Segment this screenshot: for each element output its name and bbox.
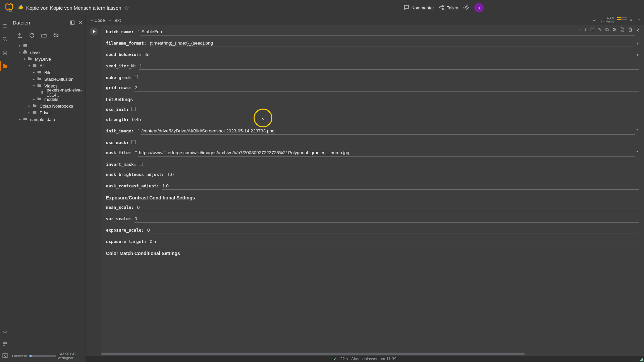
form-row-batch_name: batch_name:"" [101, 26, 488, 38]
svg-rect-7 [71, 21, 72, 24]
main-area: +Code +Text ✓ RAMLaufwerk ▾ ⌃ ↑ ↓ ⌘ ✎ ⧉ … [86, 15, 488, 275]
form-label: seed_iter_N: [106, 63, 139, 68]
folder-icon [23, 43, 28, 49]
top-header: PRO Kopie von Kopie von Mensch altern la… [0, 0, 488, 15]
init_image-input[interactable] [141, 127, 488, 135]
section-heading: Color Match Conditional Settings [101, 247, 488, 257]
use_mask-checkbox[interactable] [131, 140, 136, 144]
seed_iter_N-input[interactable] [139, 62, 488, 70]
tree-item-label: MyDrive [35, 57, 51, 62]
tree-item[interactable]: ▸StableDiffusion [12, 76, 82, 82]
toc-icon[interactable]: ☰ [2, 23, 8, 29]
form-label: mean_scale: [106, 205, 137, 210]
folder-icon [23, 117, 28, 122]
files-icon[interactable] [2, 63, 8, 69]
tree-item-label: sample_data [30, 117, 55, 122]
form-row-use_init: use_init: [101, 104, 488, 114]
exposure_target-input[interactable] [149, 238, 488, 245]
svg-point-0 [466, 6, 467, 8]
form-label: mask_file: [106, 150, 134, 155]
search-icon[interactable] [2, 36, 8, 42]
filename_format-input[interactable] [149, 40, 488, 47]
run-button[interactable] [90, 27, 98, 36]
insert-code-button[interactable]: +Code [91, 18, 105, 23]
tree-item-label: Privat [40, 110, 51, 115]
form-row-mean_scale: mean_scale: [101, 202, 488, 213]
form-label: invert_mask: [106, 162, 139, 167]
folder-icon [37, 70, 42, 75]
tree-item-label: Colab Notebooks [40, 104, 73, 109]
form-row-make_grid: make_grid: [101, 72, 488, 82]
form-row-seed_iter_N: seed_iter_N: [101, 60, 488, 72]
exposure_scale-input[interactable] [147, 227, 488, 234]
hide-icon[interactable] [53, 32, 59, 39]
form-label: init_image: [106, 128, 137, 133]
avatar[interactable]: a [474, 3, 484, 12]
form-row-invert_mask: invert_mask: [101, 159, 488, 169]
form-row-init_image: init_image:"" [101, 125, 488, 137]
insert-bar: +Code +Text ✓ RAMLaufwerk ▾ ⌃ [86, 15, 488, 25]
form-row-mask_file: mask_file:"" [101, 147, 488, 159]
mount-drive-icon[interactable] [41, 32, 47, 39]
tree-item-label: .. [30, 43, 33, 48]
tree-item[interactable]: ▾MyDrive [12, 56, 82, 62]
mask_contrast_adjust-input[interactable] [162, 182, 488, 190]
form-label: var_scale: [106, 216, 134, 221]
mask_brightness_adjust-input[interactable] [167, 171, 488, 178]
tree-item[interactable]: ▾drive [12, 49, 82, 56]
form-row-mask_brightness_adjust: mask_brightness_adjust: [101, 169, 488, 180]
make_grid-checkbox[interactable] [134, 75, 138, 79]
tree-item[interactable]: ▸Privat [12, 109, 82, 116]
var_scale-input[interactable] [134, 215, 488, 223]
tree-item[interactable]: pexels-maxi-leiva-1314… [12, 89, 82, 96]
folder-icon [37, 83, 42, 89]
tree-item[interactable]: ▾AI [12, 62, 82, 69]
form-row-exposure_scale: exposure_scale: [101, 225, 488, 236]
section-heading: Exposure/Contrast Conditional Settings [101, 192, 488, 202]
file-tree[interactable]: ▸..▾drive▾MyDrive▾AI▸Bild▸StableDiffusio… [12, 42, 84, 123]
tree-item-label: Bild [44, 70, 52, 75]
strength-input[interactable] [131, 116, 488, 123]
form-label: grid_rows: [106, 85, 134, 90]
share-button[interactable]: Teilen [439, 4, 458, 11]
batch_name-input[interactable] [141, 28, 488, 36]
form-row-exposure_target: exposure_target: [101, 236, 488, 247]
variables-icon[interactable]: {x} [2, 50, 8, 56]
insert-text-button[interactable]: +Text [109, 18, 121, 23]
tree-item[interactable]: ▸.. [12, 42, 82, 49]
tree-item-label: models [44, 97, 58, 102]
panel-close-icon[interactable]: ✕ [78, 19, 83, 26]
form-label: use_init: [106, 107, 131, 112]
folder-icon [32, 110, 37, 116]
upload-icon[interactable] [17, 32, 23, 39]
colab-logo[interactable]: PRO [5, 3, 13, 12]
settings-icon[interactable] [463, 4, 470, 12]
refresh-icon[interactable] [29, 32, 35, 39]
form-label: strength: [106, 117, 131, 122]
star-icon[interactable]: ☆ [124, 5, 129, 11]
folder-icon [28, 56, 32, 62]
form-label: seed_behavior: [106, 52, 144, 57]
tree-item[interactable]: ▸Bild [12, 69, 82, 76]
notebook-title[interactable]: Kopie von Kopie von Mensch altern lassen [26, 5, 121, 11]
folder-icon [37, 97, 42, 102]
form-row-seed_behavior: seed_behavior:▼ [101, 49, 488, 60]
grid_rows-input[interactable] [134, 84, 488, 92]
mean_scale-input[interactable] [137, 204, 488, 211]
mask_file-input[interactable] [138, 149, 488, 157]
panel-popout-icon[interactable] [70, 19, 75, 26]
seed_behavior-input[interactable] [144, 51, 488, 58]
left-rail: ☰ {x} <> [0, 15, 10, 275]
form-label: exposure_scale: [106, 228, 147, 233]
file-panel: Dateien ✕ ▸..▾drive▾MyDrive▾AI▸Bild▸Stab… [10, 15, 86, 275]
use_init-checkbox[interactable] [131, 107, 136, 111]
tree-item[interactable]: ▸sample_data [12, 116, 82, 123]
tree-item-label: drive [30, 50, 40, 55]
tree-item[interactable]: ▸Colab Notebooks [12, 103, 82, 109]
folder-icon [37, 76, 42, 82]
invert_mask-checkbox[interactable] [139, 162, 143, 166]
form-label: exposure_target: [106, 239, 149, 244]
comment-button[interactable]: Kommentar [404, 4, 434, 11]
form-label: batch_name: [106, 29, 137, 34]
form-row-use_mask: use_mask: [101, 137, 488, 147]
